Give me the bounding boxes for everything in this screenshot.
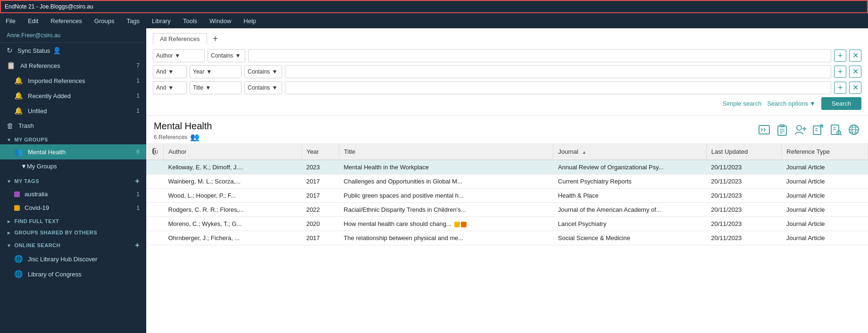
find-full-text-header[interactable]: ► FIND FULL TEXT: [0, 215, 146, 226]
search-options-link[interactable]: Search options ▼: [767, 100, 816, 107]
cell-reftype-2: Journal Article: [782, 189, 868, 203]
search-remove-row-2[interactable]: ✕: [849, 66, 861, 78]
sidebar-item-unfiled[interactable]: 🔔 Unfiled 1: [0, 103, 146, 118]
col-year[interactable]: Year: [301, 144, 339, 160]
field-select-2[interactable]: Year ▼: [190, 65, 242, 78]
cell-reftype-0: Journal Article: [782, 160, 868, 175]
unfiled-icon: 🔔: [14, 107, 23, 115]
cell-journal-3: Journal of the American Academy of...: [553, 203, 707, 217]
menu-file[interactable]: File: [4, 17, 17, 25]
condition-select-2-chevron: ▼: [272, 68, 277, 75]
sidebar-item-mental-health[interactable]: 👥 Mental Health 6: [0, 144, 146, 159]
sidebar-item-trash[interactable]: 🗑 Trash: [0, 118, 146, 133]
my-tags-add-button[interactable]: +: [135, 177, 140, 185]
sync-add-icon: 👤: [53, 47, 61, 54]
search-tab-all-references[interactable]: All References: [153, 33, 207, 44]
online-search-chevron: ▼: [7, 243, 11, 248]
cell-title-2: Public green spaces and positive mental …: [339, 189, 553, 203]
cell-title-5: The relationship between physical and me…: [339, 231, 553, 245]
cell-author-4: Moreno, C.; Wykes, T.; G...: [164, 217, 302, 231]
cell-reftype-4: Journal Article: [782, 217, 868, 231]
search-button[interactable]: Search: [821, 97, 861, 110]
field-select-3[interactable]: Title ▼: [190, 81, 242, 94]
sidebar-item-tag-australia[interactable]: australia 1: [0, 187, 146, 201]
cell-year-1: 2017: [301, 175, 339, 189]
refs-area: Mental Health 6 References 👥: [146, 116, 868, 333]
cell-updated-3: 20/11/2023: [706, 203, 782, 217]
col-journal[interactable]: Journal ▲: [553, 144, 707, 160]
menu-groups[interactable]: Groups: [92, 17, 117, 25]
col-attach[interactable]: [146, 144, 164, 160]
globe-icon-toolbar[interactable]: [847, 123, 860, 139]
search-options-chevron: ▼: [810, 100, 816, 107]
connector-select-3[interactable]: And ▼: [153, 81, 187, 94]
app-title: EndNote 21 - Joe.Bloggs@csiro.au: [5, 3, 93, 10]
svg-rect-1: [778, 126, 786, 135]
col-author[interactable]: Author: [164, 144, 302, 160]
sidebar-item-sync[interactable]: ↻ Sync Status 👤: [0, 43, 146, 58]
table-row[interactable]: Kelloway, E. K.; Dimoff, J....2023Mental…: [146, 160, 868, 175]
cell-author-5: Ohrnberger, J.; Fichera, ...: [164, 231, 302, 245]
simple-search-link[interactable]: Simple search: [723, 100, 761, 107]
my-groups-chevron: ▼: [7, 137, 11, 142]
cell-title-1: Challenges and Opportunities in Global M…: [339, 175, 553, 189]
condition-select-3-chevron: ▼: [272, 84, 277, 91]
search-tab-add-button[interactable]: +: [209, 34, 222, 43]
table-row[interactable]: Rodgers, C. R. R.; Flores,...2022Racial/…: [146, 203, 868, 217]
sidebar-item-jisc[interactable]: 🌐 Jisc Library Hub Discover: [0, 251, 146, 266]
table-row[interactable]: Moreno, C.; Wykes, T.; G...2020How menta…: [146, 217, 868, 231]
col-title[interactable]: Title: [339, 144, 553, 160]
sidebar-item-all-references[interactable]: 📋 All References 7: [0, 58, 146, 73]
search-input-3[interactable]: [285, 81, 831, 94]
menu-help[interactable]: Help: [242, 17, 258, 25]
cell-title-0: Mental Health in the Workplace: [339, 160, 553, 175]
menu-tags[interactable]: Tags: [125, 17, 141, 25]
title-bar: EndNote 21 - Joe.Bloggs@csiro.au: [0, 0, 868, 13]
add-user-icon[interactable]: [793, 123, 807, 139]
online-search-add-button[interactable]: +: [135, 241, 140, 250]
my-tags-header[interactable]: ▼ MY TAGS +: [0, 173, 146, 187]
search-add-row-2[interactable]: +: [834, 66, 846, 78]
connector-select-3-chevron: ▼: [168, 84, 174, 91]
col-last-updated[interactable]: Last Updated: [706, 144, 782, 160]
condition-select-2[interactable]: Contains ▼: [244, 65, 282, 78]
cell-reftype-1: Journal Article: [782, 175, 868, 189]
menu-library[interactable]: Library: [150, 17, 173, 25]
connector-select-2[interactable]: And ▼: [153, 65, 187, 78]
col-ref-type[interactable]: Reference Type: [782, 144, 868, 160]
content-area: All References + Author ▼ Contains ▼ + ✕: [146, 28, 868, 333]
quote-icon[interactable]: [758, 123, 771, 139]
search-input-2[interactable]: [285, 65, 831, 78]
menu-tools[interactable]: Tools: [181, 17, 199, 25]
search-add-row-1[interactable]: +: [834, 50, 846, 62]
table-row[interactable]: Wainberg, M. L.; Scorza,...2017Challenge…: [146, 175, 868, 189]
sidebar-item-loc[interactable]: 🌐 Library of Congress: [0, 266, 146, 282]
search-file-icon[interactable]: [829, 123, 843, 139]
export-icon[interactable]: [811, 123, 825, 139]
table-row[interactable]: Wood, L.; Hooper, P.; F...2017Public gre…: [146, 189, 868, 203]
search-remove-row-1[interactable]: ✕: [849, 50, 861, 62]
online-search-header[interactable]: ▼ ONLINE SEARCH +: [0, 237, 146, 251]
sidebar: Anne.Freer@csiro.au ↻ Sync Status 👤 📋 Al…: [0, 28, 146, 333]
svg-point-6: [797, 125, 801, 130]
menu-references[interactable]: References: [49, 17, 83, 25]
condition-select-1[interactable]: Contains ▼: [208, 49, 245, 62]
sidebar-item-imported[interactable]: 🔔 Imported References 1: [0, 73, 146, 88]
group-icon-header: 👥: [190, 133, 200, 142]
field-select-1[interactable]: Author ▼: [153, 49, 205, 62]
field-select-2-chevron: ▼: [206, 68, 212, 75]
search-input-1[interactable]: [248, 49, 831, 62]
sidebar-item-tag-covid[interactable]: Covid-19 1: [0, 201, 146, 215]
menu-edit[interactable]: Edit: [26, 17, 40, 25]
table-row[interactable]: Ohrnberger, J.; Fichera, ...2017The rela…: [146, 231, 868, 245]
search-remove-row-3[interactable]: ✕: [849, 82, 861, 94]
condition-select-3[interactable]: Contains ▼: [244, 81, 282, 94]
menu-window[interactable]: Window: [208, 17, 233, 25]
search-add-row-3[interactable]: +: [834, 82, 846, 94]
groups-shared-header[interactable]: ► GROUPS SHARED BY OTHERS: [0, 226, 146, 237]
clipboard-icon[interactable]: [776, 123, 789, 139]
sidebar-item-recently-added[interactable]: 🔔 Recently Added 1: [0, 88, 146, 103]
clock-icon: 🔔: [14, 92, 23, 100]
my-groups-header[interactable]: ▼ MY GROUPS: [0, 133, 146, 144]
sidebar-item-my-groups-sub[interactable]: ▼ My Groups: [0, 159, 146, 173]
